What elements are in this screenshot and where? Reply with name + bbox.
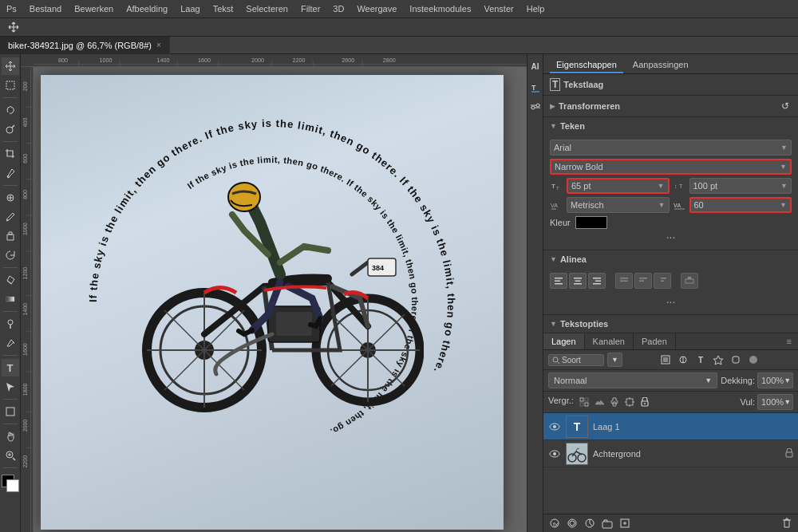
- fill-input[interactable]: 100% ▼: [757, 394, 793, 410]
- document-tab[interactable]: biker-384921.jpg @ 66,7% (RGB/8#) ×: [0, 37, 170, 54]
- font-style-dropdown[interactable]: Narrow Bold ▼: [550, 159, 792, 175]
- layer-group-btn[interactable]: [601, 517, 614, 530]
- layer-item-1[interactable]: Achtergrond: [543, 440, 798, 467]
- eraser-tool[interactable]: [2, 271, 19, 289]
- lock-artboard-icon[interactable]: [623, 396, 636, 408]
- menu-bewerken[interactable]: Bewerken: [74, 4, 113, 14]
- quick-select-tool[interactable]: [2, 120, 19, 138]
- ai-panel-icon[interactable]: AI: [527, 57, 544, 75]
- alinea-header[interactable]: ▼ Alinea: [543, 250, 798, 268]
- shape-tool[interactable]: [2, 403, 19, 420]
- va-input[interactable]: 60 ▼: [689, 197, 792, 213]
- character-panel-icon[interactable]: T: [527, 78, 544, 96]
- layer-style-btn[interactable]: fx: [548, 517, 561, 530]
- para-btn-3[interactable]: [654, 273, 671, 289]
- align-right[interactable]: [588, 273, 606, 289]
- visibility-btn-0[interactable]: [548, 420, 561, 433]
- font-family-dropdown[interactable]: Arial ▼: [550, 140, 792, 156]
- gradient-tool[interactable]: [2, 290, 19, 308]
- filter-shape-icon[interactable]: [712, 353, 725, 366]
- layer-delete-btn[interactable]: [780, 517, 793, 530]
- lock-image-icon[interactable]: [593, 396, 606, 408]
- tab-lagen[interactable]: Lagen: [543, 333, 585, 349]
- filter-adjust-icon[interactable]: [677, 353, 689, 366]
- canvas-document[interactable]: If the sky is the limit, then go there. …: [41, 75, 504, 530]
- tab-kanalen[interactable]: Kanalen: [585, 333, 634, 349]
- move-tool[interactable]: [2, 57, 19, 75]
- menu-venster[interactable]: Venster: [484, 4, 513, 14]
- tab-eigenschappen[interactable]: Eigenschappen: [550, 57, 623, 73]
- tab-aanpassingen[interactable]: Aanpassingen: [626, 57, 695, 73]
- tekstlaag-header[interactable]: T Tekstlaag: [543, 74, 798, 95]
- tab-close-button[interactable]: ×: [156, 41, 161, 49]
- teken-header[interactable]: ▼ Teken: [543, 117, 798, 135]
- layer-adjustment-btn[interactable]: [583, 517, 596, 530]
- zoom-tool[interactable]: [2, 447, 19, 464]
- more-options-button[interactable]: ···: [550, 229, 792, 245]
- alinea-more-options[interactable]: ···: [550, 294, 792, 309]
- filter-smart-icon[interactable]: [729, 353, 742, 366]
- menu-bestand[interactable]: Bestand: [30, 4, 61, 14]
- lock-transparent-icon[interactable]: [578, 396, 591, 408]
- para-btn-1[interactable]: [615, 273, 633, 289]
- menu-tekst[interactable]: Tekst: [213, 4, 234, 14]
- para-btn-2[interactable]: [634, 273, 652, 289]
- canvas-viewport[interactable]: If the sky is the limit, then go there. …: [34, 67, 527, 532]
- tab-paden[interactable]: Paden: [634, 333, 676, 349]
- filter-text-icon[interactable]: T: [694, 353, 707, 366]
- tekstopties-header[interactable]: ▼ Tekstopties: [543, 315, 798, 333]
- background-color[interactable]: [6, 479, 19, 492]
- path-selection-tool[interactable]: [2, 378, 19, 396]
- char-metrics-row2: VA Metrisch ▼: [550, 197, 792, 213]
- hand-tool[interactable]: [2, 428, 19, 445]
- menu-help[interactable]: Help: [527, 4, 545, 14]
- visibility-btn-1[interactable]: [548, 447, 561, 460]
- tracking-input[interactable]: 100 pt ▼: [689, 178, 792, 194]
- para-btn-4[interactable]: [681, 273, 698, 289]
- menu-ps[interactable]: Ps: [6, 4, 17, 14]
- lock-position-icon[interactable]: [608, 396, 621, 408]
- layer-new-btn[interactable]: [618, 517, 631, 530]
- menu-bar: Ps Bestand Bewerken Afbeelding Laag Teks…: [0, 0, 798, 18]
- crop-tool[interactable]: [2, 145, 19, 163]
- layers-search[interactable]: Soort: [548, 354, 604, 366]
- svg-text:↕: ↕: [674, 183, 678, 189]
- menu-laag[interactable]: Laag: [180, 4, 200, 14]
- options-move[interactable]: [5, 18, 22, 36]
- brush-tool[interactable]: [2, 208, 19, 226]
- color-swatches[interactable]: [2, 475, 19, 492]
- filter-pixel-icon[interactable]: [659, 353, 672, 366]
- menu-selecteren[interactable]: Selecteren: [246, 4, 288, 14]
- menu-3d[interactable]: 3D: [333, 4, 344, 14]
- spot-heal-tool[interactable]: [2, 189, 19, 207]
- color-swatch[interactable]: [575, 216, 607, 229]
- history-brush-tool[interactable]: [2, 246, 19, 264]
- menu-filter[interactable]: Filter: [301, 4, 320, 14]
- font-size-input[interactable]: 65 pt ▼: [567, 178, 670, 194]
- pen-tool[interactable]: [2, 334, 19, 352]
- dodge-tool[interactable]: [2, 315, 19, 333]
- align-center[interactable]: [569, 273, 587, 289]
- transformeren-reset[interactable]: ↺: [779, 100, 792, 112]
- filter-kind-dropdown[interactable]: ▼: [607, 353, 622, 367]
- marquee-tool[interactable]: [2, 77, 19, 94]
- kerning-input[interactable]: Metrisch ▼: [567, 197, 670, 213]
- text-tool[interactable]: T: [2, 359, 19, 376]
- transformeren-header[interactable]: ▶ Transformeren ↺: [543, 96, 798, 116]
- menu-insteekmodules[interactable]: Insteekmodules: [409, 4, 471, 14]
- blend-mode-dropdown[interactable]: Normaal ▼: [548, 372, 717, 388]
- layer-mask-btn[interactable]: [566, 517, 579, 530]
- opacity-input[interactable]: 100% ▼: [757, 372, 793, 388]
- layer-item-0[interactable]: T Laag 1: [543, 413, 798, 440]
- svg-point-5: [8, 320, 13, 325]
- eyedropper-tool[interactable]: [2, 164, 19, 182]
- filter-effects-icon[interactable]: [747, 353, 760, 366]
- align-left[interactable]: [550, 273, 567, 289]
- lasso-tool[interactable]: [2, 101, 19, 119]
- menu-weergave[interactable]: Weergave: [357, 4, 397, 14]
- lock-all-icon[interactable]: [638, 396, 651, 408]
- clone-stamp-tool[interactable]: [2, 227, 19, 245]
- layers-panel-menu[interactable]: ≡: [780, 333, 798, 349]
- adjust-panel-icon[interactable]: [527, 99, 544, 116]
- menu-afbeelding[interactable]: Afbeelding: [126, 4, 168, 14]
